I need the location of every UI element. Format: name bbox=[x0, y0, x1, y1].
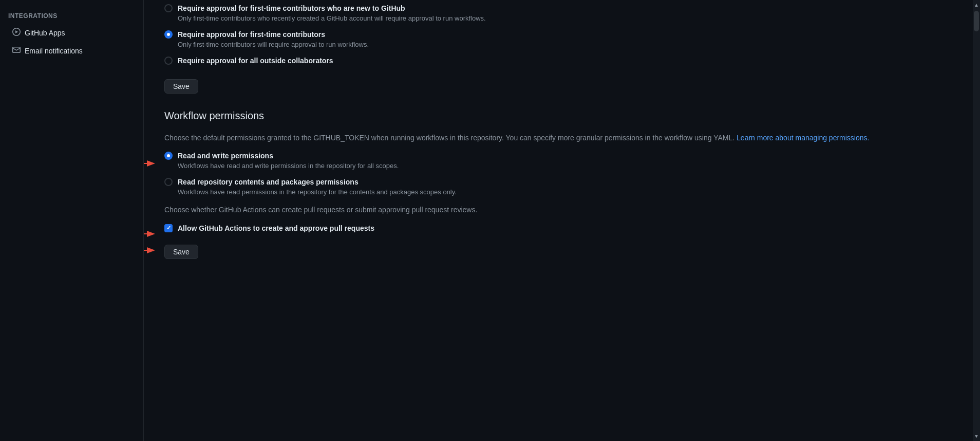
radio-all-outside-label: Require approval for all outside collabo… bbox=[178, 57, 333, 65]
sidebar-item-github-apps[interactable]: GitHub Apps bbox=[4, 24, 139, 42]
allow-pr-checkbox[interactable] bbox=[164, 224, 173, 232]
radio-new-to-github-desc: Only first-time contributors who recentl… bbox=[178, 14, 956, 22]
learn-more-link[interactable]: Learn more about managing permissions. bbox=[737, 134, 869, 142]
integrations-section-title: Integrations bbox=[0, 8, 143, 24]
approval-option-new-to-github: Require approval for first-time contribu… bbox=[164, 4, 956, 22]
allow-pr-row: Allow GitHub Actions to create and appro… bbox=[164, 224, 956, 232]
github-apps-label: GitHub Apps bbox=[25, 29, 65, 37]
github-apps-icon bbox=[12, 28, 21, 38]
workflow-permissions-title: Workflow permissions bbox=[164, 110, 956, 126]
allow-pr-label: Allow GitHub Actions to create and appro… bbox=[178, 224, 374, 232]
fork-approvals-save-button[interactable]: Save bbox=[164, 79, 198, 94]
sidebar: Integrations GitHub Apps Email notificat… bbox=[0, 0, 144, 441]
fork-approvals-section: Require approval for first-time contribu… bbox=[164, 0, 956, 94]
pull-request-description: Choose whether GitHub Actions can create… bbox=[164, 204, 956, 215]
perm-option-read-write: Read and write permissions Workflows hav… bbox=[164, 152, 956, 170]
scrollbar[interactable]: ▲ ▼ bbox=[973, 0, 980, 441]
radio-new-to-github[interactable] bbox=[164, 4, 173, 12]
main-content: Require approval for first-time contribu… bbox=[144, 0, 973, 441]
radio-read-only-label: Read repository contents and packages pe… bbox=[178, 178, 359, 186]
radio-read-only-desc: Workflows have read permissions in the r… bbox=[178, 188, 956, 196]
workflow-permissions-description: Choose the default permissions granted t… bbox=[164, 132, 956, 143]
email-notifications-label: Email notifications bbox=[25, 47, 83, 55]
radio-all-outside[interactable] bbox=[164, 57, 173, 65]
radio-read-write[interactable] bbox=[164, 152, 173, 160]
sidebar-item-email-notifications[interactable]: Email notifications bbox=[4, 42, 139, 60]
red-arrow-read-write bbox=[144, 156, 159, 171]
red-arrow-checkbox bbox=[144, 226, 159, 242]
workflow-permissions-save-button[interactable]: Save bbox=[164, 245, 198, 259]
radio-first-time[interactable] bbox=[164, 30, 173, 39]
scrollbar-up-arrow[interactable]: ▲ bbox=[973, 1, 980, 9]
radio-read-only[interactable] bbox=[164, 178, 173, 186]
workflow-permissions-section: Workflow permissions Choose the default … bbox=[164, 110, 956, 259]
red-arrow-save bbox=[144, 243, 159, 258]
radio-read-write-desc: Workflows have read and write permission… bbox=[178, 162, 956, 170]
approval-option-first-time: Require approval for first-time contribu… bbox=[164, 30, 956, 48]
radio-new-to-github-label: Require approval for first-time contribu… bbox=[178, 4, 405, 12]
scrollbar-thumb[interactable] bbox=[974, 11, 979, 31]
approval-option-all-outside: Require approval for all outside collabo… bbox=[164, 57, 956, 67]
radio-read-write-label: Read and write permissions bbox=[178, 152, 273, 160]
email-icon bbox=[12, 46, 21, 56]
radio-first-time-desc: Only first-time contributors will requir… bbox=[178, 41, 956, 48]
radio-first-time-label: Require approval for first-time contribu… bbox=[178, 30, 325, 39]
perm-option-read-only: Read repository contents and packages pe… bbox=[164, 178, 956, 196]
scrollbar-down-arrow[interactable]: ▼ bbox=[973, 432, 980, 440]
